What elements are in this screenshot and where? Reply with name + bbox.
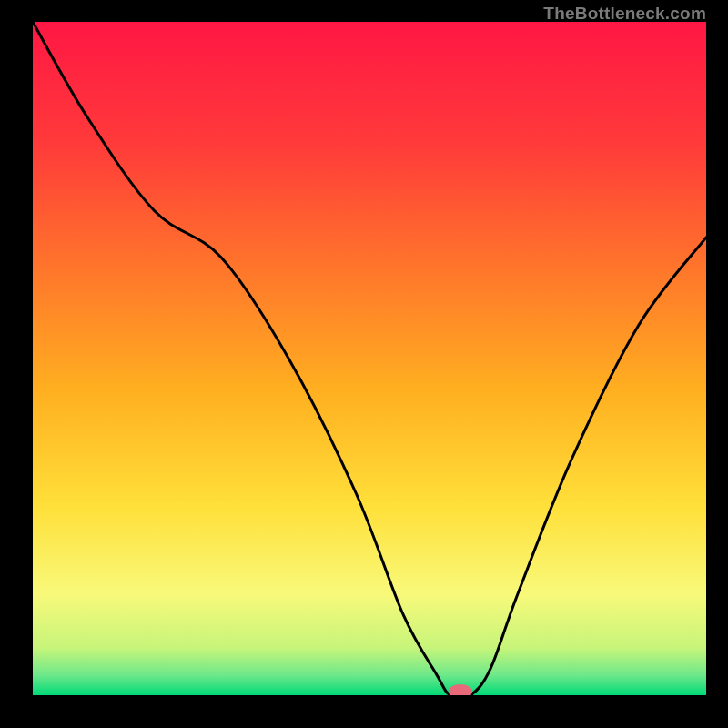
gradient-background [33,22,706,695]
bottleneck-chart [33,22,706,695]
plot-area [33,22,706,695]
chart-frame: TheBottleneck.com [22,22,706,706]
watermark-text: TheBottleneck.com [543,4,706,24]
